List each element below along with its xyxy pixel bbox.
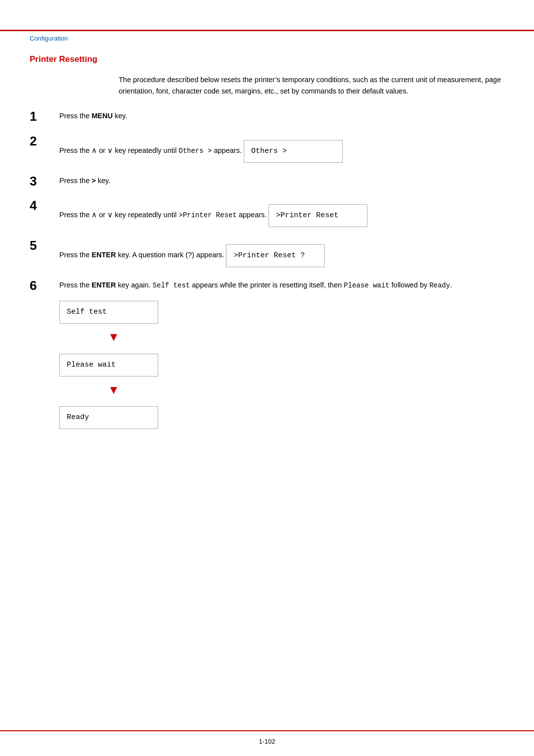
step-content-5: Press the ENTER key. A question mark (?)…: [59, 238, 504, 269]
others-code: Others >: [178, 147, 212, 155]
menu-keyword: MENU: [91, 112, 113, 120]
enter-keyword-5: ENTER: [91, 251, 116, 259]
step-number-2: 2: [30, 134, 49, 149]
self-test-inline: Self test: [153, 282, 190, 289]
please-wait-inline: Please wait: [344, 282, 389, 289]
enter-keyword-6: ENTER: [91, 281, 116, 289]
step-2: 2 Press the ∧ or ∨ key repeatedly until …: [30, 134, 504, 165]
display-box-others: Others >: [244, 140, 343, 163]
intro-text: The procedure described below resets the…: [119, 74, 504, 97]
step-1: 1 Press the MENU key.: [30, 109, 504, 124]
step-3: 3 Press the > key.: [30, 174, 504, 189]
display-box-printer-reset: >Printer Reset: [268, 204, 367, 227]
step-number-1: 1: [30, 109, 49, 124]
bottom-rule: [0, 730, 534, 731]
section-title: Printer Resetting: [30, 54, 504, 64]
step-content-1: Press the MENU key.: [59, 109, 504, 122]
ready-inline: Ready: [429, 282, 450, 289]
step-content-3: Press the > key.: [59, 174, 504, 187]
step-5: 5 Press the ENTER key. A question mark (…: [30, 238, 504, 269]
arrow-down-1: ▼: [59, 328, 168, 346]
arrow-down-2: ▼: [59, 380, 168, 399]
printer-reset-code: >Printer Reset: [178, 211, 237, 219]
step-number-5: 5: [30, 238, 49, 253]
step-content-2: Press the ∧ or ∨ key repeatedly until Ot…: [59, 134, 504, 165]
display-box-self-test: Self test: [59, 301, 158, 324]
step-number-3: 3: [30, 174, 49, 189]
top-rule: [0, 30, 534, 31]
breadcrumb: Configuration: [30, 35, 68, 42]
step-number-4: 4: [30, 198, 49, 213]
display-box-please-wait: Please wait: [59, 354, 158, 377]
step-number-6: 6: [30, 278, 49, 293]
greater-key: >: [91, 177, 95, 185]
step-4: 4 Press the ∧ or ∨ key repeatedly until …: [30, 198, 504, 229]
display-box-question: >Printer Reset ?: [226, 244, 325, 267]
step-sequence: Self test ▼ Please wait ▼ Ready: [59, 296, 504, 431]
display-box-ready: Ready: [59, 406, 158, 429]
page-content: Printer Resetting The procedure describe…: [30, 54, 504, 440]
page-number: 1-102: [259, 738, 275, 745]
step-6: 6 Press the ENTER key again. Self test a…: [30, 278, 504, 431]
step-content-6: Press the ENTER key again. Self test app…: [59, 278, 504, 431]
step-content-4: Press the ∧ or ∨ key repeatedly until >P…: [59, 198, 504, 229]
